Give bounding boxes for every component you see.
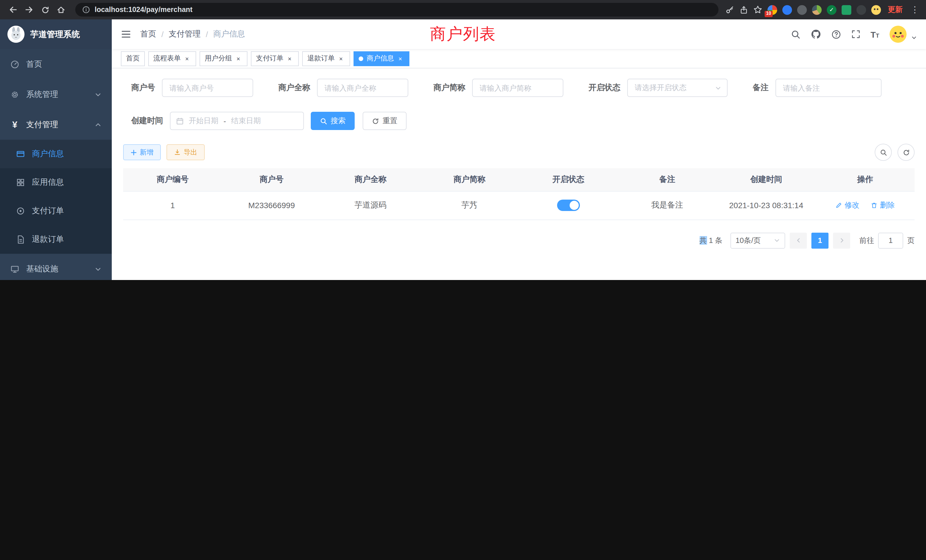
edit-link[interactable]: 修改 — [836, 200, 859, 210]
search-button[interactable]: 搜索 — [311, 112, 355, 130]
search-icon — [879, 148, 887, 156]
cell-full-name: 芋道源码 — [321, 191, 420, 219]
status-select[interactable]: 请选择开启状态 — [627, 79, 728, 97]
avatar-caret-icon[interactable] — [911, 35, 917, 41]
close-icon[interactable]: × — [235, 54, 242, 62]
back-button[interactable] — [6, 2, 21, 17]
table-row: 1 M233666999 芋道源码 芋艿 我是备注 2021-10-23 08:… — [123, 191, 915, 219]
search-icon[interactable] — [791, 29, 800, 39]
sidebar-subitem-pay-order[interactable]: 支付订单 — [0, 197, 112, 225]
reset-button[interactable]: 重置 — [363, 112, 407, 130]
top-navbar: 首页 / 支付管理 / 商户信息 — [112, 20, 926, 49]
extension-icon-5[interactable] — [827, 5, 837, 15]
sidebar-item-pay[interactable]: ¥ 支付管理 — [0, 109, 112, 140]
page-size-select[interactable]: 10条/页 — [731, 232, 785, 248]
cell-merchant-no: M233666999 — [222, 191, 321, 219]
profile-avatar-icon[interactable] — [871, 5, 881, 15]
tab-process-form[interactable]: 流程表单× — [148, 51, 196, 66]
close-icon[interactable]: × — [183, 54, 191, 62]
full-name-label: 商户全称 — [278, 83, 310, 93]
extension-icon-3[interactable] — [797, 5, 807, 15]
github-icon[interactable] — [811, 29, 821, 39]
close-icon[interactable]: × — [337, 54, 345, 62]
date-range-picker[interactable]: 开始日期 - 结束日期 — [170, 112, 304, 130]
close-icon[interactable]: × — [286, 54, 294, 62]
forward-button[interactable] — [22, 2, 36, 17]
close-icon[interactable]: × — [396, 54, 404, 62]
breadcrumb-current: 商户信息 — [213, 29, 245, 39]
breadcrumb-pay[interactable]: 支付管理 — [169, 29, 201, 39]
tab-user-group[interactable]: 用户分组× — [200, 51, 247, 66]
bookmark-star-icon[interactable] — [753, 5, 763, 14]
sidebar-subitem-app-info[interactable]: 应用信息 — [0, 168, 112, 197]
chevron-left-icon — [795, 237, 801, 244]
password-key-icon[interactable] — [725, 5, 734, 14]
extension-icon-1[interactable]: 10 — [767, 5, 777, 15]
extension-icon-2[interactable] — [782, 5, 792, 15]
app-title: 芋道管理系统 — [30, 29, 80, 39]
status-toggle[interactable] — [557, 200, 580, 211]
start-date-placeholder: 开始日期 — [189, 116, 218, 126]
sidebar-subitem-merchant-info[interactable]: 商户信息 — [0, 140, 112, 168]
home-button[interactable] — [54, 2, 68, 17]
main-area: 首页 / 支付管理 / 商户信息 — [112, 20, 926, 280]
col-merchant-no: 商户号 — [222, 168, 321, 191]
dashboard-icon — [10, 60, 20, 69]
help-icon[interactable] — [831, 29, 841, 39]
share-icon[interactable] — [740, 5, 748, 14]
site-info-icon[interactable] — [82, 6, 90, 14]
goto-page-input[interactable] — [878, 232, 903, 248]
refresh-table-button[interactable] — [897, 144, 915, 161]
sidebar-item-home[interactable]: 首页 — [0, 49, 112, 79]
cell-actions: 修改 删除 — [816, 191, 915, 219]
hamburger-icon[interactable] — [121, 29, 131, 39]
sidebar-item-infrastructure[interactable]: 基础设施 — [0, 254, 112, 280]
merchant-no-label: 商户号 — [131, 83, 155, 93]
user-avatar[interactable] — [890, 26, 906, 43]
font-size-icon[interactable]: TT — [870, 29, 879, 39]
tab-refund-order[interactable]: 退款订单× — [302, 51, 350, 66]
merchant-no-input[interactable] — [162, 79, 253, 97]
chevron-down-icon — [95, 265, 101, 272]
add-button[interactable]: 新增 — [123, 144, 161, 160]
tab-merchant-info[interactable]: 商户信息× — [354, 51, 409, 66]
browser-menu-icon[interactable]: ⋮ — [909, 5, 920, 15]
document-icon — [16, 235, 25, 244]
table-toolbar: 新增 导出 — [123, 144, 915, 161]
full-name-input[interactable] — [317, 79, 408, 97]
sidebar: 芋道管理系统 首页 系统管理 ¥ 支付管理 商户信息 — [0, 20, 112, 280]
page-number-current[interactable]: 1 — [811, 232, 829, 248]
pagination-total: 共 1 条 — [699, 235, 722, 245]
grid-icon — [16, 178, 25, 187]
annotation-title: 商户列表 — [430, 23, 496, 45]
extension-badge: 10 — [765, 11, 773, 17]
next-page-button[interactable] — [833, 232, 850, 248]
yen-icon: ¥ — [10, 120, 20, 130]
credit-card-icon — [16, 150, 25, 159]
app-logo[interactable]: 芋道管理系统 — [0, 20, 112, 49]
extension-icon-6[interactable] — [841, 5, 851, 15]
short-name-input[interactable] — [472, 79, 563, 97]
delete-link[interactable]: 删除 — [871, 200, 895, 210]
extension-icon-7[interactable] — [856, 5, 866, 15]
reload-button[interactable] — [38, 2, 53, 17]
fullscreen-icon[interactable] — [851, 30, 860, 39]
address-bar[interactable]: localhost:1024/pay/merchant — [75, 3, 719, 17]
toggle-search-button[interactable] — [875, 144, 892, 161]
prev-page-button[interactable] — [790, 232, 807, 248]
browser-update-button[interactable]: 更新 — [888, 5, 903, 15]
col-status: 开启状态 — [519, 168, 618, 191]
sidebar-subitem-refund-order[interactable]: 退款订单 — [0, 225, 112, 254]
breadcrumb-home[interactable]: 首页 — [140, 29, 156, 39]
extension-icon-4[interactable] — [812, 5, 822, 15]
remark-label: 备注 — [753, 83, 769, 93]
remark-input[interactable] — [775, 79, 882, 97]
table-header-row: 商户编号 商户号 商户全称 商户简称 开启状态 备注 创建时间 操作 — [123, 168, 915, 191]
export-button[interactable]: 导出 — [166, 144, 205, 160]
sidebar-item-system[interactable]: 系统管理 — [0, 79, 112, 109]
tab-home[interactable]: 首页 — [121, 51, 145, 66]
tab-pay-order[interactable]: 支付订单× — [251, 51, 299, 66]
pagination-goto: 前往 页 — [859, 232, 915, 248]
cell-remark: 我是备注 — [618, 191, 717, 219]
col-short-name: 商户简称 — [420, 168, 519, 191]
